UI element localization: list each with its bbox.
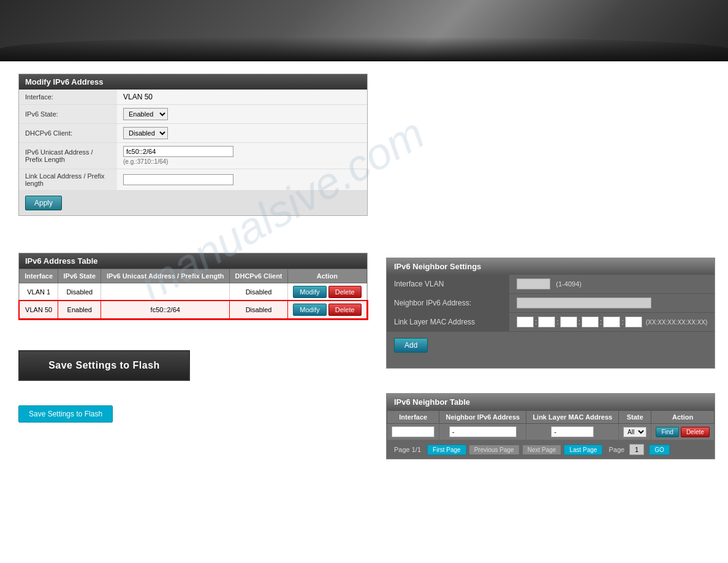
- neighbor-table-title: IPv6 Neighbor Table: [387, 394, 715, 410]
- add-button[interactable]: Add: [394, 338, 428, 353]
- neighbor-table-header: Interface Neighbor IPv6 Address Link Lay…: [387, 411, 715, 424]
- page-label: Page: [609, 446, 624, 453]
- modify-ipv6-title: Modify IPv6 Address: [19, 74, 367, 90]
- dhcpv6-select[interactable]: Disabled Enabled: [123, 127, 168, 139]
- mac-format-hint: (XX:XX:XX:XX:XX:XX): [646, 319, 708, 326]
- dhcpv6-label: DHCPv6 Client:: [19, 124, 117, 143]
- modify-ipv6-section: Modify IPv6 Address Interface: VLAN 50 I…: [18, 74, 368, 216]
- row1-unicast: [101, 283, 230, 301]
- left-panel: Modify IPv6 Address Interface: VLAN 50 I…: [18, 74, 368, 459]
- neighbor-data-table: Interface Neighbor IPv6 Address Link Lay…: [387, 410, 715, 440]
- interface-vlan-label: Interface VLAN: [387, 275, 509, 293]
- modify-ipv6-form: Interface: VLAN 50 IPv6 State: Enabled D…: [19, 90, 367, 215]
- filter-link-layer-cell: [526, 424, 619, 440]
- neighbor-ipv6-input[interactable]: [517, 297, 651, 308]
- pagination-row: Page 1/1 First Page Previous Page Next P…: [387, 440, 715, 459]
- apply-cell: Apply: [19, 191, 367, 216]
- neighbor-ipv6-row: Neighbor IPv6 Address:: [387, 294, 715, 313]
- page-number-input[interactable]: [629, 444, 644, 455]
- ipv6-state-cell: Enabled Disabled: [117, 105, 367, 124]
- row2-action: Modify Delete: [287, 301, 366, 319]
- ipv6-neighbor-table-section: IPv6 Neighbor Table Interface Neighbor I…: [386, 393, 715, 459]
- col-interface: Interface: [20, 269, 58, 283]
- right-panel: IPv6 Neighbor Settings Interface VLAN (1…: [386, 74, 715, 459]
- unicast-placeholder: (e.g.:3710::1/64): [123, 158, 168, 165]
- ipv6-address-table-section: IPv6 Address Table Interface IPv6 State …: [18, 253, 368, 320]
- save-flash-dark-button[interactable]: Save Settings to Flash: [18, 350, 190, 381]
- link-layer-mac-label: Link Layer MAC Address: [387, 313, 509, 331]
- link-layer-mac-value: : : : : : (XX:XX:XX:XX:XX:XX): [509, 313, 715, 331]
- nt-col-interface: Interface: [387, 411, 439, 424]
- row1-interface: VLAN 1: [20, 283, 58, 301]
- link-local-row: Link Local Address / Prefix length: [19, 169, 367, 191]
- row2-unicast: fc50::2/64: [101, 301, 230, 319]
- row1-modify-button[interactable]: Modify: [293, 286, 326, 298]
- apply-row: Apply: [19, 191, 367, 216]
- col-ipv6-state: IPv6 State: [58, 269, 101, 283]
- neighbor-settings-title: IPv6 Neighbor Settings: [387, 258, 715, 275]
- nt-col-link-layer: Link Layer MAC Address: [526, 411, 619, 424]
- mac-sep-5: :: [621, 318, 623, 326]
- ipv6-address-table: Interface IPv6 State IPv6 Unicast Addres…: [19, 269, 367, 319]
- save-flash-cyan-container: Save Settings to Flash: [18, 405, 368, 423]
- mac-sep-3: :: [578, 318, 580, 326]
- find-button[interactable]: Find: [656, 427, 678, 437]
- unicast-row: IPv6 Unicast Address / Prefix Length (e.…: [19, 143, 367, 169]
- unicast-cell: (e.g.:3710::1/64): [117, 143, 367, 169]
- table-row: VLAN 50 Enabled fc50::2/64 Disabled Modi…: [20, 301, 367, 319]
- neighbor-delete-button[interactable]: Delete: [681, 427, 710, 437]
- link-local-input[interactable]: [123, 174, 233, 185]
- filter-action-cell: Find Delete: [651, 424, 714, 440]
- last-page-button[interactable]: Last Page: [564, 445, 602, 455]
- go-button[interactable]: GO: [649, 445, 670, 455]
- nt-col-state: State: [619, 411, 651, 424]
- nt-col-action: Action: [651, 411, 714, 424]
- mac-sep-4: :: [600, 318, 602, 326]
- mac-input-6[interactable]: [625, 316, 642, 327]
- row1-dhcpv6: Disabled: [230, 283, 288, 301]
- row2-modify-button[interactable]: Modify: [293, 304, 326, 316]
- previous-page-button[interactable]: Previous Page: [469, 445, 520, 455]
- mac-input-4[interactable]: [582, 316, 599, 327]
- mac-input-5[interactable]: [603, 316, 620, 327]
- apply-button[interactable]: Apply: [25, 196, 62, 210]
- first-page-button[interactable]: First Page: [427, 445, 466, 455]
- row2-interface: VLAN 50: [20, 301, 58, 319]
- save-flash-cyan-button[interactable]: Save Settings to Flash: [18, 405, 113, 423]
- filter-interface-cell: [387, 424, 439, 440]
- page-info: Page 1/1: [394, 446, 421, 453]
- neighbor-filter-row: All Find Delete: [387, 424, 715, 440]
- vlan-range-hint: (1-4094): [556, 280, 582, 288]
- add-button-row: Add: [387, 332, 715, 359]
- filter-state-select[interactable]: All: [623, 427, 646, 437]
- table-row: VLAN 1 Disabled Disabled Modify Delete: [20, 283, 367, 301]
- row2-delete-button[interactable]: Delete: [328, 304, 362, 316]
- filter-interface-input[interactable]: [392, 426, 434, 437]
- row1-state: Disabled: [58, 283, 101, 301]
- next-page-button[interactable]: Next Page: [522, 445, 562, 455]
- interface-vlan-input[interactable]: [517, 278, 550, 289]
- mac-input-2[interactable]: [538, 316, 555, 327]
- col-action: Action: [287, 269, 366, 283]
- table-header-row: Interface IPv6 State IPv6 Unicast Addres…: [20, 269, 367, 283]
- unicast-input[interactable]: [123, 146, 233, 157]
- filter-neighbor-input[interactable]: [449, 426, 517, 437]
- filter-state-cell: All: [619, 424, 651, 440]
- row1-delete-button[interactable]: Delete: [328, 286, 362, 298]
- row1-action: Modify Delete: [287, 283, 366, 301]
- filter-link-layer-input[interactable]: [551, 426, 594, 437]
- mac-input-1[interactable]: [517, 316, 534, 327]
- filter-neighbor-cell: [439, 424, 526, 440]
- col-dhcpv6: DHCPv6 Client: [230, 269, 288, 283]
- mac-input-3[interactable]: [560, 316, 577, 327]
- interface-value: VLAN 50: [117, 90, 367, 105]
- link-layer-mac-row: Link Layer MAC Address : : : : : (XX:XX:…: [387, 313, 715, 332]
- ipv6-state-row: IPv6 State: Enabled Disabled: [19, 105, 367, 124]
- save-flash-dark-container: Save Settings to Flash: [18, 350, 368, 381]
- ipv6-neighbor-settings-section: IPv6 Neighbor Settings Interface VLAN (1…: [386, 258, 715, 369]
- interface-vlan-row: Interface VLAN (1-4094): [387, 275, 715, 294]
- neighbor-ipv6-value: [509, 294, 715, 312]
- col-unicast: IPv6 Unicast Address / Prefix Length: [101, 269, 230, 283]
- dhcpv6-row: DHCPv6 Client: Disabled Enabled: [19, 124, 367, 143]
- ipv6-state-select[interactable]: Enabled Disabled: [123, 108, 168, 120]
